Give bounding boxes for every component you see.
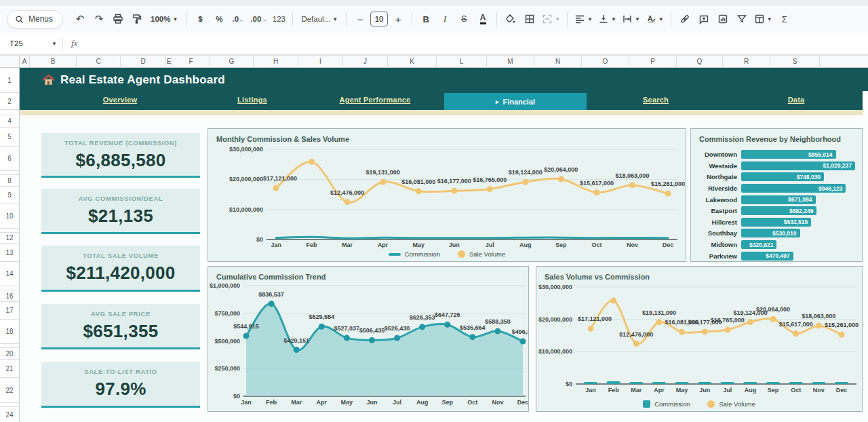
column-header-H[interactable]: H — [254, 56, 298, 67]
borders-button[interactable] — [521, 10, 538, 28]
row-header-18[interactable]: 18 — [0, 320, 19, 344]
select-all-corner[interactable] — [0, 56, 20, 67]
tab-search[interactable]: Search — [643, 96, 669, 104]
kpi-label: AVG COMMISSION/DEAL — [41, 195, 200, 202]
kpi-avg-sale-price[interactable]: AVG SALE PRICE $651,355 — [41, 304, 200, 349]
row-header-16[interactable]: 16 — [0, 290, 19, 302]
chart-volume-vs-commission-panel[interactable]: Sales Volume vs Commission $30,000,000$2… — [536, 266, 863, 412]
column-header-J[interactable]: J — [343, 56, 388, 67]
row-header-6[interactable]: 6 — [0, 147, 19, 171]
insert-chart-button[interactable] — [714, 10, 732, 28]
format-percent-button[interactable]: % — [210, 10, 228, 28]
row-header-21[interactable]: 21 — [0, 360, 19, 378]
column-header-R[interactable]: R — [723, 56, 770, 67]
column-header-S[interactable]: S — [770, 56, 820, 67]
chart-neighborhood-panel[interactable]: Commission Revenue by Neighborhood Downt… — [690, 128, 863, 262]
print-button[interactable] — [109, 10, 127, 28]
dashboard-title: Real Estate Agent Dashboard — [43, 73, 225, 87]
insert-comment-button[interactable] — [695, 10, 713, 28]
row-header-4[interactable]: 4 — [0, 115, 19, 128]
undo-button[interactable]: ↶ — [71, 10, 89, 28]
row-header-10[interactable]: 10 — [0, 204, 19, 229]
column-header-Q[interactable]: Q — [677, 56, 723, 67]
svg-text:Feb: Feb — [266, 399, 277, 406]
chart-cumulative-trend-panel[interactable]: Cumulative Commission Trend $1,000,000$7… — [208, 266, 529, 412]
column-header-O[interactable]: O — [582, 56, 629, 67]
table-views-button[interactable]: ▼ — [752, 10, 774, 28]
column-header-I[interactable]: I — [298, 56, 343, 67]
bar-category-label: Riverside — [698, 185, 741, 192]
insert-link-button[interactable] — [676, 10, 694, 28]
row-header-17[interactable]: 17 — [0, 302, 19, 320]
increase-decimal-button[interactable]: .00→ — [248, 10, 269, 28]
kpi-avg-commission[interactable]: AVG COMMISSION/DEAL $21,135 — [41, 189, 200, 234]
svg-text:Mar: Mar — [631, 387, 642, 394]
row-header-1[interactable]: 1 — [0, 68, 19, 93]
tab-financial[interactable]: ▸ Financial — [444, 93, 587, 110]
column-header-M[interactable]: M — [487, 56, 534, 67]
tab-agent-performance[interactable]: Agent Performance — [340, 96, 411, 104]
create-filter-button[interactable] — [733, 10, 751, 28]
svg-text:Aug: Aug — [745, 387, 757, 394]
fill-color-button[interactable] — [502, 10, 519, 28]
format-currency-button[interactable]: $ — [191, 10, 209, 28]
bar-row: Midtown$320,821 — [698, 239, 855, 250]
column-header-L[interactable]: L — [437, 56, 487, 67]
bar-value-label: $748,030 — [797, 174, 821, 180]
redo-button[interactable]: ↷ — [90, 10, 108, 28]
kpi-sale-to-list-ratio[interactable]: SALE-TO-LIST RATIO 97.9% — [41, 362, 200, 408]
strikethrough-button[interactable]: S — [455, 10, 473, 28]
merge-cells-button[interactable]: ▼ — [540, 10, 562, 28]
font-size-input[interactable]: 10 — [370, 12, 388, 26]
table-views-icon — [754, 14, 765, 24]
decrease-decimal-button[interactable]: .0← — [229, 10, 247, 28]
tab-overview[interactable]: Overview — [103, 96, 138, 104]
column-header-D[interactable]: D — [121, 56, 166, 67]
decrease-font-size-button[interactable]: − — [351, 10, 369, 28]
vertical-align-button[interactable]: ▼ — [596, 10, 618, 28]
chart-monthly-commission-panel[interactable]: Monthly Commission & Sales Volume $30,00… — [208, 128, 686, 262]
zoom-dropdown[interactable]: 100%▼ — [147, 10, 181, 28]
row-header-collapsed[interactable] — [0, 110, 19, 115]
menus-search-button[interactable]: Menus — [7, 10, 63, 28]
row-header-24[interactable]: 24 — [0, 407, 19, 422]
column-header-K[interactable]: K — [388, 56, 437, 67]
svg-text:$15,617,000: $15,617,000 — [779, 321, 813, 328]
row-header-14[interactable]: 14 — [0, 262, 19, 286]
kpi-total-sale-volume[interactable]: TOTAL SALE VOLUME $211,420,000 — [41, 246, 200, 292]
column-header-C[interactable]: C — [77, 56, 121, 67]
horizontal-align-button[interactable]: ▼ — [572, 10, 595, 28]
functions-button[interactable]: Σ — [776, 10, 793, 28]
increase-font-size-button[interactable]: + — [389, 10, 407, 28]
row-header-2[interactable]: 2 — [0, 93, 19, 110]
row-header-9[interactable]: 9 — [0, 187, 19, 204]
text-rotation-button[interactable]: A ▼ — [644, 10, 666, 28]
svg-text:Aug: Aug — [416, 399, 429, 406]
row-header-13[interactable]: 13 — [0, 244, 19, 262]
bold-button[interactable]: B — [417, 10, 435, 28]
number-format-button[interactable]: 123 — [270, 10, 288, 28]
tab-listings[interactable]: Listings — [237, 96, 267, 104]
row-header-8[interactable]: 8 — [0, 175, 19, 187]
tab-data[interactable]: Data — [788, 96, 805, 104]
column-header-A[interactable]: A — [20, 56, 30, 67]
row-header-20[interactable]: 20 — [0, 348, 19, 360]
text-wrap-button[interactable]: ▼ — [620, 10, 642, 28]
row-header-22[interactable]: 22 — [0, 378, 19, 403]
column-header-E[interactable]: E — [166, 56, 172, 67]
paint-format-button[interactable] — [128, 10, 146, 28]
kpi-value: $211,420,000 — [41, 263, 200, 284]
column-header-N[interactable]: N — [534, 56, 582, 67]
svg-text:$526,430: $526,430 — [384, 325, 410, 332]
font-family-dropdown[interactable]: Defaul...▼ — [298, 10, 341, 28]
text-color-button[interactable]: A — [474, 10, 492, 28]
column-header-G[interactable]: G — [210, 56, 254, 67]
kpi-total-revenue[interactable]: TOTAL REVENUE (COMMISSION) $6,885,580 — [41, 133, 200, 178]
column-header-P[interactable]: P — [629, 56, 677, 67]
row-header-5[interactable]: 5 — [0, 128, 19, 147]
row-header-12[interactable]: 12 — [0, 233, 19, 244]
name-box[interactable]: T25 ▼ — [0, 39, 62, 47]
column-header-F[interactable]: F — [172, 56, 210, 67]
column-header-B[interactable]: B — [30, 56, 77, 67]
italic-button[interactable]: I — [436, 10, 454, 28]
